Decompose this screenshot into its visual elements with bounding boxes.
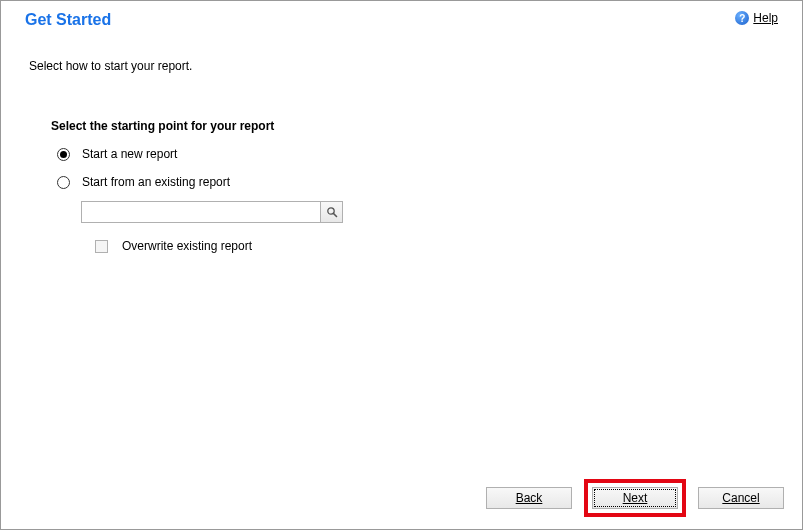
next-button-highlight: Next [584, 479, 686, 517]
radio-start-new[interactable] [57, 148, 70, 161]
help-link-label: Help [753, 11, 778, 25]
help-link[interactable]: ? Help [735, 11, 778, 25]
existing-report-path-input[interactable] [81, 201, 321, 223]
radio-start-existing[interactable] [57, 176, 70, 189]
overwrite-checkbox-label: Overwrite existing report [122, 239, 252, 253]
overwrite-checkbox[interactable] [95, 240, 108, 253]
next-button[interactable]: Next [592, 487, 678, 509]
radio-start-existing-label: Start from an existing report [82, 175, 230, 189]
back-button[interactable]: Back [486, 487, 572, 509]
svg-line-1 [333, 214, 336, 217]
page-title: Get Started [25, 11, 111, 29]
cancel-button[interactable]: Cancel [698, 487, 784, 509]
search-icon [326, 206, 338, 218]
help-icon: ? [735, 11, 749, 25]
instruction-text: Select how to start your report. [1, 29, 802, 73]
radio-start-new-label: Start a new report [82, 147, 177, 161]
browse-button[interactable] [321, 201, 343, 223]
section-heading: Select the starting point for your repor… [51, 119, 802, 133]
radio-selected-dot-icon [60, 151, 67, 158]
